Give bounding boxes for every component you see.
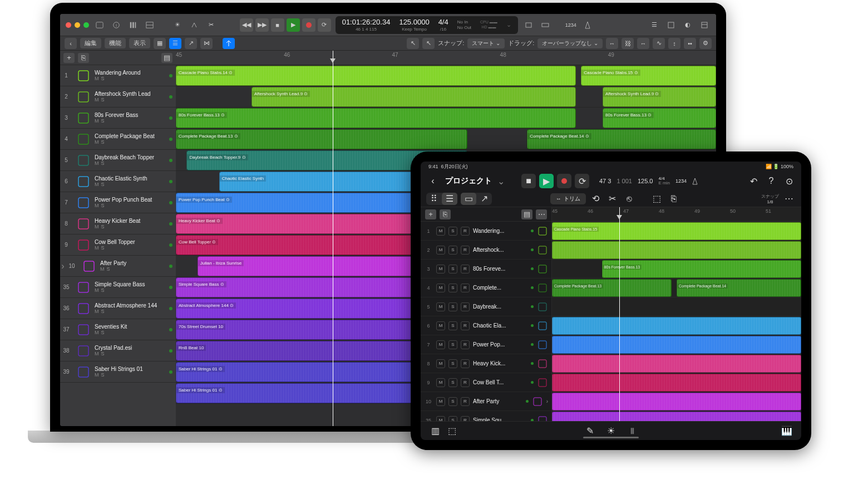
track-header[interactable]: 9 Cow Bell Topper MS: [60, 234, 176, 256]
ipad-select-icon[interactable]: ⬚: [650, 192, 664, 206]
mute-button[interactable]: M: [95, 182, 99, 187]
ipad-lane[interactable]: [552, 354, 801, 373]
track-enable-dot[interactable]: [169, 138, 172, 141]
mute-button[interactable]: M: [436, 302, 445, 311]
mute-button[interactable]: M: [95, 97, 99, 102]
track-instrument-icon[interactable]: [75, 67, 92, 85]
ipad-track-row[interactable]: 35 M S R Simple Squ...: [421, 411, 551, 421]
hzoom-icon[interactable]: ••: [684, 38, 696, 49]
record-enable-button[interactable]: R: [461, 302, 470, 311]
audio-region[interactable]: Cascade Piano Stabs.14 ⊙: [176, 66, 576, 86]
track-instrument-icon[interactable]: [75, 173, 92, 190]
track-instrument-icon[interactable]: [75, 130, 92, 148]
ipad-brightness-icon[interactable]: ☀: [604, 424, 618, 438]
track-lane[interactable]: Cascade Piano Stabs.14 ⊙Cascade Piano St…: [176, 65, 716, 86]
mute-button[interactable]: M: [436, 378, 445, 387]
track-enable-dot[interactable]: [531, 381, 534, 384]
lane-view-icon[interactable]: ☰: [169, 38, 181, 49]
track-header[interactable]: 4 Complete Package Beat MS: [60, 129, 176, 150]
mute-button[interactable]: M: [436, 246, 445, 255]
record-enable-button[interactable]: R: [461, 321, 470, 330]
solo-button[interactable]: S: [107, 266, 110, 272]
mute-button[interactable]: M: [95, 245, 99, 251]
track-enable-dot[interactable]: [531, 286, 534, 289]
ipad-region[interactable]: Complete Package Beat.13: [552, 279, 672, 297]
lcd-display[interactable]: 01:01:26:20.3446 1 4 115 125.0000Keep Te…: [336, 16, 518, 34]
ipad-help-icon[interactable]: ?: [765, 174, 778, 188]
ipad-region[interactable]: [552, 355, 801, 373]
mute-button[interactable]: M: [436, 416, 445, 422]
ipad-copy-icon[interactable]: ⎘: [667, 192, 680, 206]
record-enable-button[interactable]: R: [461, 284, 470, 292]
track-enable-dot[interactable]: [169, 201, 172, 204]
automation-icon[interactable]: ↗: [185, 38, 197, 49]
autopunch-icon[interactable]: [539, 19, 551, 31]
ipad-add-track-button[interactable]: +: [425, 209, 436, 219]
track-header[interactable]: 7 Power Pop Punch Beat MS: [60, 192, 176, 213]
track-enable-dot[interactable]: [169, 180, 172, 183]
track-instrument-icon[interactable]: [75, 194, 92, 212]
grid-view-icon[interactable]: ▦: [154, 38, 166, 49]
mixer-icon[interactable]: [127, 19, 139, 31]
solo-button[interactable]: S: [101, 118, 105, 124]
solo-button[interactable]: S: [101, 182, 105, 187]
ipad-undo-icon[interactable]: ↶: [747, 174, 760, 188]
ipad-track-row[interactable]: 10 M S R After Party ›: [421, 392, 551, 411]
mute-button[interactable]: M: [95, 76, 99, 81]
track-header[interactable]: 5 Daybreak Beach Topper MS: [60, 150, 176, 171]
mute-button[interactable]: M: [95, 160, 99, 166]
ipad-region[interactable]: [552, 336, 801, 354]
ipad-more-icon[interactable]: ⊙: [782, 174, 796, 188]
track-instrument-icon[interactable]: [537, 415, 548, 422]
record-enable-button[interactable]: R: [461, 340, 470, 349]
mute-button[interactable]: M: [95, 203, 99, 208]
audio-region[interactable]: Complete Package Beat.13 ⊙: [176, 129, 467, 149]
solo-button[interactable]: S: [101, 330, 105, 335]
ipad-track-row[interactable]: 1 M S R Wandering...: [421, 222, 551, 241]
record-enable-button[interactable]: R: [461, 416, 470, 422]
link-icon[interactable]: ⛓: [622, 38, 634, 49]
timeline-ruler[interactable]: 454647484950: [176, 51, 716, 65]
ipad-automation-icon[interactable]: ↗: [476, 193, 492, 205]
mute-button[interactable]: M: [436, 397, 445, 406]
zoom-dot[interactable]: [83, 22, 89, 28]
ipad-scissors-icon[interactable]: ✂: [606, 192, 619, 206]
mute-button[interactable]: M: [95, 309, 99, 314]
track-instrument-icon[interactable]: [537, 339, 548, 350]
track-enable-dot[interactable]: [169, 159, 172, 162]
track-enable-dot[interactable]: [169, 265, 172, 268]
ipad-track-row[interactable]: 9 M S R Cow Bell T...: [421, 373, 551, 392]
mute-button[interactable]: M: [95, 351, 99, 356]
mute-button[interactable]: M: [436, 340, 445, 349]
ipad-track-row[interactable]: 6 M S R Chaotic Ela...: [421, 316, 551, 335]
edit-menu[interactable]: 編集: [80, 38, 101, 48]
solo-button[interactable]: S: [448, 321, 457, 330]
nudge-icon[interactable]: ↔: [606, 38, 618, 49]
ipad-track-row[interactable]: 2 M S R Aftershock...: [421, 241, 551, 260]
track-instrument-icon[interactable]: [75, 151, 92, 169]
ipad-duplicate-button[interactable]: ⎘: [440, 209, 451, 219]
stop-button[interactable]: ■: [271, 18, 284, 32]
track-instrument-icon[interactable]: [537, 320, 548, 331]
mute-button[interactable]: M: [436, 284, 445, 292]
ipad-record-button[interactable]: [557, 174, 571, 188]
track-instrument-icon[interactable]: [532, 396, 543, 407]
track-header[interactable]: 3 80s Forever Bass MS: [60, 107, 176, 129]
ipad-region-icon[interactable]: ▭: [461, 193, 476, 205]
mute-button[interactable]: M: [95, 287, 99, 293]
track-header[interactable]: 37 Seventies Kit MS: [60, 319, 176, 340]
solo-button[interactable]: S: [101, 97, 105, 102]
track-enable-dot[interactable]: [169, 74, 172, 77]
pencil-tool-icon[interactable]: ↖: [422, 38, 435, 49]
audio-region[interactable]: 80s Forever Bass.13 ⊙: [176, 108, 576, 128]
track-lane[interactable]: Aftershock Synth Lead.9 ⊙Aftershock Synt…: [176, 86, 716, 107]
functions-menu[interactable]: 機能: [105, 38, 126, 48]
track-enable-dot[interactable]: [169, 307, 172, 310]
solo-button[interactable]: S: [448, 397, 457, 406]
ipad-playhead[interactable]: [619, 207, 620, 421]
duplicate-track-button[interactable]: ⎘: [78, 53, 89, 63]
track-header[interactable]: 1 Wandering Around MS: [60, 65, 176, 86]
expand-icon[interactable]: ›: [546, 398, 548, 404]
info-icon[interactable]: i: [110, 19, 122, 31]
close-dot[interactable]: [66, 22, 71, 28]
